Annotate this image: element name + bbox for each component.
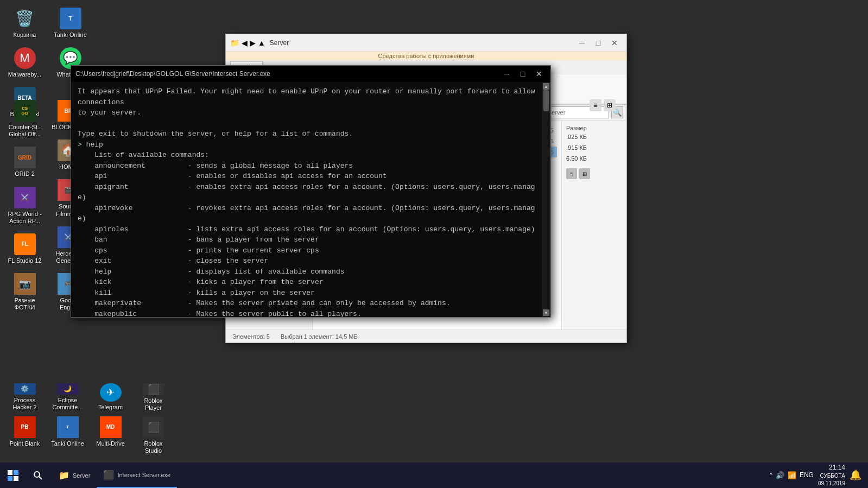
telegram-label: Telegram bbox=[98, 404, 123, 411]
cmd-line-help-cmd: > help bbox=[78, 140, 535, 150]
desktop-bottom-row1: PB Point Blank T Tanki Online MD Multi-D… bbox=[4, 413, 174, 458]
taskbar-item-file-explorer[interactable]: 📁 Server bbox=[52, 462, 97, 488]
multidrive-label: Multi-Drive bbox=[96, 440, 125, 447]
cmd-scroll-up[interactable]: ▲ bbox=[543, 83, 549, 90]
cmd-line-ban: ban - bans a player from the server bbox=[78, 235, 535, 245]
cmd-line-help: help - displays list of available comman… bbox=[78, 267, 535, 277]
eclipse-label: EclipseCommitte... bbox=[52, 397, 83, 411]
windows-icon bbox=[8, 470, 18, 481]
cmd-content-area[interactable]: It appears that UPnP Failed. Your might … bbox=[71, 82, 542, 317]
desktop-col1: CSGO Counter-St..Global Off... GRID GRID… bbox=[4, 4, 45, 315]
svg-line-1 bbox=[39, 477, 42, 479]
tray-arrow[interactable]: ^ bbox=[770, 472, 772, 478]
telegram-icon: ✈ bbox=[100, 383, 122, 402]
fe-size-025: .025 КБ bbox=[566, 134, 622, 140]
fe-selected-info: Выбран 1 элемент: 14,5 МБ bbox=[281, 333, 358, 340]
cmd-maximize-button[interactable]: □ bbox=[516, 68, 530, 79]
clock-time: 21:14 bbox=[818, 463, 845, 472]
desktop-icon-grid2[interactable]: GRID GRID 2 bbox=[4, 143, 45, 181]
desktop-icon-robloxplayer[interactable]: ⬛ RobloxPlayer bbox=[133, 380, 174, 414]
cmd-window: C:\Users\fredjgrief\Desktop\GOLGOL G\Ser… bbox=[71, 65, 551, 318]
cmd-line-api: api - enables or disables api access for… bbox=[78, 171, 535, 182]
robloxstudio-icon: ⬛ bbox=[143, 416, 164, 438]
desktop-icon-eclipse[interactable]: 🌙 EclipseCommitte... bbox=[47, 380, 88, 414]
robloxstudio-label: RobloxStudio bbox=[144, 440, 162, 454]
desktop-icon-telegram[interactable]: ✈ Telegram bbox=[90, 380, 131, 414]
fe-list-view-btn[interactable]: ≡ bbox=[566, 168, 577, 179]
tray-network-icon[interactable]: 🔊 bbox=[776, 471, 784, 479]
desktop-icon-raznie[interactable]: 📷 РазныеФОТКИ bbox=[4, 270, 45, 314]
cmd-scroll-track bbox=[543, 90, 549, 309]
file-explorer-titlebar: 📁 ◀ ▶ ▲ Server ─ □ ✕ bbox=[226, 34, 626, 52]
desktop-icon-csgo[interactable]: CSGO Counter-St..Global Off... bbox=[4, 97, 45, 141]
tanki2-icon: T bbox=[57, 416, 79, 438]
fe-up-icon[interactable]: ▲ bbox=[258, 39, 265, 47]
processhacker-label: ProcessHacker 2 bbox=[12, 397, 36, 411]
taskbar-fe-label: Server bbox=[73, 472, 90, 479]
taskbar-cmd-icon: ⬛ bbox=[103, 470, 114, 480]
cmd-minimize-button[interactable]: ─ bbox=[499, 68, 514, 79]
cmd-line-makepublic: makepublic - Makes the server public to … bbox=[78, 309, 535, 318]
fe-folder-icon[interactable]: 📁 bbox=[230, 39, 239, 47]
fe-title: Server bbox=[270, 39, 574, 47]
robloxplayer-icon: ⬛ bbox=[143, 383, 164, 395]
clock-date: СУББОТА09.11.2019 bbox=[818, 472, 845, 487]
fe-grid-view-btn[interactable]: ⊞ bbox=[579, 168, 590, 179]
rpg-label: RPG World -Action RP... bbox=[8, 211, 41, 225]
taskbar-system-tray: ^ 🔊 📶 ENG 21:14 СУББОТА09.11.2019 🔔 bbox=[770, 463, 868, 487]
cmd-controls: ─ □ ✕ bbox=[499, 68, 546, 79]
fe-back-icon[interactable]: ◀ bbox=[242, 39, 248, 47]
cmd-scroll-down[interactable]: ▼ bbox=[543, 309, 549, 316]
fe-statusbar: Элементов: 5 Выбран 1 элемент: 14,5 МБ bbox=[226, 329, 626, 343]
fe-close-button[interactable]: ✕ bbox=[607, 37, 622, 49]
taskbar-search-button[interactable] bbox=[28, 466, 48, 485]
cmd-close-button[interactable]: ✕ bbox=[532, 68, 546, 79]
cmd-line-upnp2: to your server. bbox=[78, 107, 535, 118]
desktop-icon-robloxstudio[interactable]: ⬛ RobloxStudio bbox=[133, 413, 174, 458]
fe-nav-icons: 📁 ◀ ▶ ▲ bbox=[230, 39, 265, 47]
fe-view-toggle: ≡ ⊞ bbox=[566, 168, 622, 179]
eclipse-icon: 🌙 bbox=[57, 383, 79, 395]
cmd-scrollbar[interactable]: ▲ ▼ bbox=[542, 82, 550, 317]
csgo-label: Counter-St..Global Off... bbox=[9, 124, 41, 138]
fe-minimize-button[interactable]: ─ bbox=[574, 37, 590, 49]
taskbar-cmd-label: Intersect Server.exe bbox=[117, 472, 170, 478]
multidrive-icon: MD bbox=[100, 416, 122, 438]
cmd-titlebar: C:\Users\fredjgrief\Desktop\GOLGOL G\Ser… bbox=[71, 66, 550, 82]
taskbar-item-cmd[interactable]: ⬛ Intersect Server.exe bbox=[97, 462, 177, 488]
grid2-icon: GRID bbox=[14, 147, 36, 168]
tray-notification-icon[interactable]: 🔔 bbox=[850, 469, 861, 481]
robloxplayer-label: RobloxPlayer bbox=[144, 397, 162, 411]
cmd-line-list-header: List of available commands: bbox=[78, 150, 535, 161]
desktop-bottom-row2: ⚙️ ProcessHacker 2 🌙 EclipseCommitte... … bbox=[4, 380, 174, 414]
pointblank-label: Point Blank bbox=[10, 440, 40, 447]
fe-forward-icon[interactable]: ▶ bbox=[250, 39, 256, 47]
cmd-title: C:\Users\fredjgrief\Desktop\GOLGOL G\Ser… bbox=[75, 70, 499, 78]
cmd-line-kill: kill - kills a player on the server bbox=[78, 288, 535, 299]
csgo-icon: CSGO bbox=[14, 100, 36, 122]
fe-window-controls: ─ □ ✕ bbox=[574, 37, 622, 49]
desktop-icon-multidrive[interactable]: MD Multi-Drive bbox=[90, 413, 131, 458]
tray-volume-icon[interactable]: 📶 bbox=[788, 471, 796, 479]
cmd-line-apirevoke: apirevoke - revokes extra api access rol… bbox=[78, 203, 535, 224]
grid2-label: GRID 2 bbox=[15, 170, 35, 178]
fe-items-count: Элементов: 5 bbox=[232, 333, 270, 340]
fe-view-grid-icon[interactable]: ⊞ bbox=[604, 99, 616, 111]
desktop-icon-rpg[interactable]: ⚔️ RPG World -Action RP... bbox=[4, 183, 45, 228]
cmd-content-wrapper: It appears that UPnP Failed. Your might … bbox=[71, 82, 550, 317]
svg-point-0 bbox=[34, 472, 40, 477]
desktop-icon-tanki2[interactable]: T Tanki Online bbox=[47, 413, 88, 458]
cmd-scroll-thumb[interactable] bbox=[543, 90, 549, 111]
desktop-icon-fl[interactable]: FL FL Studio 12 bbox=[4, 230, 45, 268]
taskbar-clock[interactable]: 21:14 СУББОТА09.11.2019 bbox=[818, 463, 845, 487]
desktop-icon-processhacker[interactable]: ⚙️ ProcessHacker 2 bbox=[4, 380, 45, 414]
cmd-line-exit: exit - closes the server bbox=[78, 256, 535, 267]
raznie-label: РазныеФОТКИ bbox=[14, 297, 35, 311]
start-button[interactable] bbox=[0, 462, 26, 489]
fe-right-panel: Размер .025 КБ .915 КБ 6.50 КБ ≡ ⊞ bbox=[561, 121, 626, 329]
fe-maximize-button[interactable]: □ bbox=[591, 37, 606, 49]
desktop-icon-pointblank[interactable]: PB Point Blank bbox=[4, 413, 45, 458]
fe-view-list-icon[interactable]: ≡ bbox=[590, 99, 601, 111]
fe-size-650: 6.50 КБ bbox=[566, 155, 622, 162]
fe-size-label: Размер bbox=[566, 125, 622, 131]
